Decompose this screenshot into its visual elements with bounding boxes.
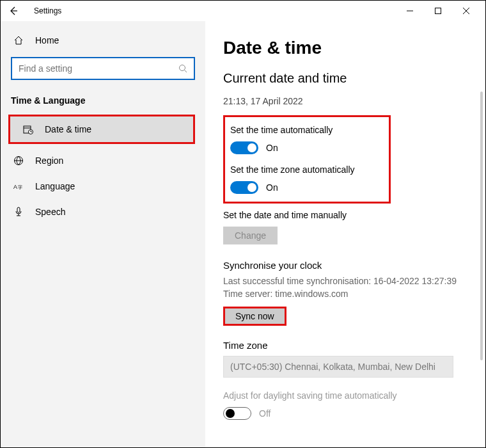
microphone-icon bbox=[13, 207, 24, 217]
page-title: Date & time bbox=[223, 38, 466, 58]
sync-title: Synchronise your clock bbox=[223, 260, 466, 271]
minimize-button[interactable] bbox=[396, 1, 424, 20]
svg-text:字: 字 bbox=[18, 185, 22, 190]
auto-tz-label: Set the time zone automatically bbox=[230, 164, 384, 175]
sidebar-item-language[interactable]: A字 Language bbox=[1, 173, 205, 199]
auto-time-toggle[interactable] bbox=[230, 141, 258, 154]
sidebar-item-speech[interactable]: Speech bbox=[1, 199, 205, 225]
maximize-button[interactable] bbox=[424, 1, 452, 20]
sync-now-button[interactable]: Sync now bbox=[223, 307, 286, 326]
svg-point-1 bbox=[180, 65, 185, 71]
calendar-clock-icon bbox=[23, 124, 33, 134]
home-nav[interactable]: Home bbox=[1, 29, 205, 52]
maximize-icon bbox=[434, 7, 442, 15]
highlight-auto-toggles: Set the time automatically On Set the ti… bbox=[223, 115, 391, 204]
sidebar-item-label: Speech bbox=[35, 207, 65, 217]
sidebar-item-label: Language bbox=[35, 181, 75, 191]
close-icon bbox=[462, 7, 470, 15]
home-icon bbox=[13, 35, 24, 45]
sidebar-item-label: Region bbox=[35, 156, 63, 166]
auto-time-label: Set the time automatically bbox=[230, 125, 384, 135]
auto-time-state: On bbox=[266, 143, 278, 153]
window-title: Settings bbox=[34, 6, 61, 15]
dst-label: Adjust for daylight saving time automati… bbox=[223, 390, 466, 401]
dst-state: Off bbox=[259, 408, 270, 419]
globe-icon bbox=[13, 156, 24, 166]
tz-label: Time zone bbox=[223, 340, 466, 351]
search-input[interactable] bbox=[11, 57, 195, 80]
svg-text:A: A bbox=[13, 184, 17, 190]
home-label: Home bbox=[35, 35, 59, 45]
close-button[interactable] bbox=[452, 1, 480, 20]
highlight-date-time: Date & time bbox=[8, 115, 195, 144]
svg-rect-0 bbox=[435, 8, 441, 14]
back-button[interactable] bbox=[6, 3, 21, 19]
sync-server: Time server: time.windows.com bbox=[223, 289, 466, 299]
sync-last: Last successful time synchronisation: 16… bbox=[223, 276, 466, 286]
scrollbar[interactable] bbox=[480, 92, 483, 360]
minimize-icon bbox=[406, 7, 414, 15]
language-icon: A字 bbox=[13, 181, 24, 191]
sidebar-item-label: Date & time bbox=[45, 124, 91, 134]
current-datetime: 21:13, 17 April 2022 bbox=[223, 96, 466, 106]
section-current: Current date and time bbox=[223, 71, 466, 86]
titlebar: Settings bbox=[1, 1, 485, 21]
search-icon bbox=[178, 64, 187, 73]
timezone-select: (UTC+05:30) Chennai, Kolkata, Mumbai, Ne… bbox=[223, 356, 453, 378]
svg-rect-7 bbox=[17, 207, 20, 212]
sidebar-item-region[interactable]: Region bbox=[1, 148, 205, 173]
sidebar: Home Time & Language Date & time bbox=[1, 21, 205, 447]
dst-toggle bbox=[223, 407, 251, 420]
main-content: Date & time Current date and time 21:13,… bbox=[205, 21, 485, 447]
change-button: Change bbox=[223, 227, 278, 244]
section-header: Time & Language bbox=[1, 88, 205, 115]
auto-tz-toggle[interactable] bbox=[230, 181, 258, 194]
auto-tz-state: On bbox=[266, 182, 278, 193]
sidebar-item-date-time[interactable]: Date & time bbox=[10, 116, 193, 142]
search-field[interactable] bbox=[19, 63, 178, 74]
arrow-left-icon bbox=[8, 6, 19, 16]
manual-label: Set the date and time manually bbox=[223, 210, 466, 220]
